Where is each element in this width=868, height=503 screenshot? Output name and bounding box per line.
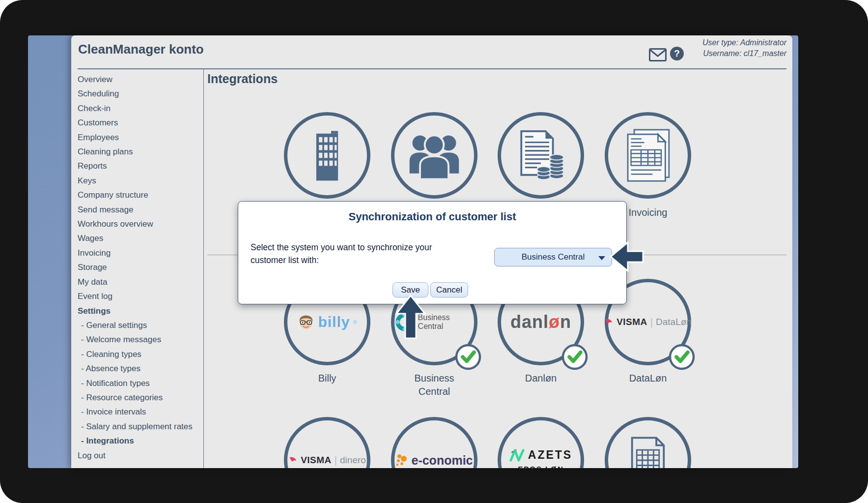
- people-group-icon: [406, 131, 463, 179]
- sidebar-item-general-settings[interactable]: - General settings: [78, 318, 202, 332]
- integration-circle-document[interactable]: [605, 417, 691, 468]
- azets-epos-lon-wordmark: EPOS LØN: [518, 465, 564, 468]
- sidebar-item-my-data[interactable]: My data: [78, 275, 202, 289]
- sidebar-item-absence-types[interactable]: - Absence types: [78, 361, 202, 376]
- sidebar-divider: [203, 68, 204, 468]
- logo-divider: |: [650, 317, 653, 328]
- feature-circle-invoicing[interactable]: [605, 112, 691, 199]
- integration-circle-dinero[interactable]: VISMA | dinero: [284, 417, 370, 468]
- sidebar: Overview Scheduling Check-in Customers E…: [78, 72, 202, 463]
- integration-circle-economic[interactable]: e-conomic: [391, 417, 477, 468]
- azets-wordmark: AZETS: [528, 448, 572, 462]
- help-icon[interactable]: ?: [670, 47, 684, 60]
- sidebar-item-wages[interactable]: Wages: [78, 231, 202, 245]
- header-divider: [78, 68, 786, 69]
- logo-divider: |: [335, 455, 337, 466]
- sidebar-item-salary-supplement-rates[interactable]: - Salary and supplement rates: [78, 419, 202, 434]
- economic-wordmark: e-conomic: [411, 453, 473, 468]
- sidebar-item-storage[interactable]: Storage: [78, 260, 202, 274]
- integration-circle-azets[interactable]: AZETS EPOS LØN: [498, 417, 584, 468]
- visma-wordmark: VISMA: [301, 455, 332, 466]
- sidebar-item-cleaning-plans[interactable]: Cleaning plans: [78, 145, 202, 159]
- danlon-logo: danløn: [510, 312, 571, 332]
- app-window: CleanManager konto ? User type: Administ…: [71, 35, 792, 468]
- datalon-logo: VISMA | DataLøn: [604, 317, 692, 328]
- sidebar-item-notification-types[interactable]: - Notification types: [78, 376, 202, 390]
- feature-circle-wages[interactable]: [498, 112, 584, 199]
- mail-icon[interactable]: [649, 48, 667, 61]
- sidebar-item-reports[interactable]: Reports: [78, 159, 202, 173]
- economic-logo: e-conomic: [395, 453, 473, 468]
- sidebar-item-settings[interactable]: Settings: [78, 304, 202, 318]
- dinero-logo: VISMA | dinero: [288, 455, 366, 466]
- billy-face-icon: [297, 313, 315, 331]
- sidebar-item-overview[interactable]: Overview: [78, 72, 202, 87]
- page-title: Integrations: [207, 72, 278, 86]
- sidebar-item-send-message[interactable]: Send message: [78, 203, 202, 217]
- dialog-title: Synchronization of customer list: [238, 210, 626, 223]
- integration-label-danlon: Danløn: [492, 372, 590, 385]
- app-title: CleanManager konto: [78, 42, 204, 57]
- screen-frame: CleanManager konto ? User type: Administ…: [0, 0, 868, 503]
- sidebar-item-invoice-intervals[interactable]: - Invoice intervals: [78, 405, 202, 419]
- sidebar-item-welcome-messages[interactable]: - Welcome messages: [78, 332, 202, 347]
- sidebar-item-cleaning-types[interactable]: - Cleaning types: [78, 347, 202, 361]
- sidebar-item-customers[interactable]: Customers: [78, 116, 202, 130]
- billy-wordmark: billy: [318, 314, 350, 330]
- invoice-stack-icon: [624, 129, 672, 182]
- user-info: User type: Administrator Username: cl17_…: [702, 37, 786, 59]
- username: Username: cl17_master: [702, 48, 786, 59]
- pointer-arrow-left-icon: [609, 240, 644, 273]
- billy-logo: billy ®: [297, 313, 357, 331]
- visma-mark-icon: [288, 456, 298, 465]
- pointer-arrow-up-icon: [394, 294, 427, 339]
- building-icon: [312, 130, 342, 181]
- sidebar-item-resource-categories[interactable]: - Resource categories: [78, 390, 202, 405]
- sync-customer-list-dialog: Synchronization of customer list Select …: [238, 201, 627, 304]
- azets-logo: AZETS EPOS LØN: [509, 447, 572, 468]
- sidebar-item-integrations[interactable]: - Integrations: [78, 434, 202, 448]
- visma-mark-icon: [604, 318, 614, 327]
- system-select[interactable]: Business Central: [494, 248, 612, 266]
- dinero-wordmark: dinero: [340, 455, 366, 466]
- sidebar-item-invoicing[interactable]: Invoicing: [78, 246, 202, 260]
- datalon-wordmark: DataLøn: [656, 317, 692, 327]
- sidebar-item-keys[interactable]: Keys: [78, 174, 202, 188]
- invoice-outline-icon: [629, 436, 667, 468]
- integration-label-billy: Billy: [278, 372, 376, 385]
- azets-mark-icon: [509, 447, 525, 462]
- danlon-logo-o: ø: [549, 312, 560, 332]
- cancel-button[interactable]: Cancel: [430, 282, 468, 297]
- integration-label-business-central: Business Central: [402, 372, 466, 398]
- connected-check-icon: [669, 344, 695, 370]
- user-type: User type: Administrator: [702, 37, 786, 48]
- dialog-prompt: Select the system you want to synchroniz…: [251, 241, 457, 266]
- visma-wordmark: VISMA: [616, 317, 647, 327]
- sidebar-item-employees[interactable]: Employees: [78, 130, 202, 145]
- billy-registered-mark: ®: [353, 319, 357, 325]
- feature-circle-company[interactable]: [284, 112, 370, 199]
- sidebar-item-company-structure[interactable]: Company structure: [78, 188, 202, 202]
- system-select-value: Business Central: [522, 252, 585, 262]
- integration-label-datalon: DataLøn: [599, 372, 697, 385]
- economic-dots-icon: [395, 453, 408, 467]
- sidebar-item-log-out[interactable]: Log out: [78, 448, 202, 463]
- chevron-down-icon: [598, 256, 605, 260]
- connected-check-icon: [455, 344, 481, 370]
- connected-check-icon: [561, 344, 588, 370]
- sidebar-item-scheduling[interactable]: Scheduling: [78, 87, 202, 101]
- sidebar-item-workhours-overview[interactable]: Workhours overview: [78, 217, 202, 231]
- document-coins-icon: [516, 129, 565, 181]
- sidebar-item-event-log[interactable]: Event log: [78, 289, 202, 303]
- sidebar-item-check-in[interactable]: Check-in: [78, 101, 202, 116]
- feature-circle-customers[interactable]: [391, 112, 477, 199]
